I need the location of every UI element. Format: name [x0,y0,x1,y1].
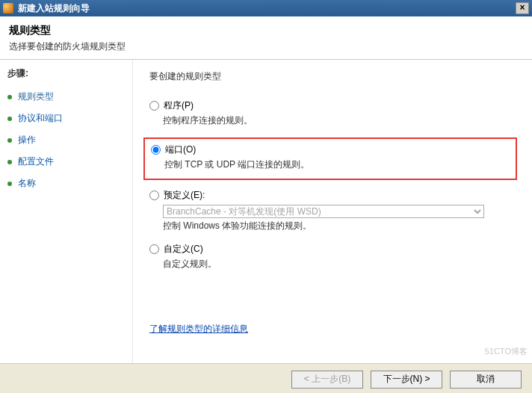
titlebar: 新建入站规则向导 × [0,0,532,16]
step-protocol-ports[interactable]: 协议和端口 [7,109,125,128]
predefined-dropdown-wrap: BranchCache - 对等机发现(使用 WSD) [163,205,484,218]
predefined-dropdown[interactable]: BranchCache - 对等机发现(使用 WSD) [163,205,484,218]
window-title: 新建入站规则向导 [18,2,90,15]
bullet-icon [7,95,12,99]
wizard-footer: < 上一步(B) 下一步(N) > 取消 [0,363,532,393]
steps-heading: 步骤: [7,67,125,80]
section-heading: 要创建的规则类型 [149,70,517,83]
wizard-header: 规则类型 选择要创建的防火墙规则类型 [0,16,532,60]
bullet-icon [7,182,12,186]
back-button[interactable]: < 上一步(B) [291,371,363,389]
radio-predefined-input[interactable] [149,191,159,200]
step-label: 规则类型 [18,90,54,103]
bullet-icon [7,160,12,164]
step-label: 名称 [18,177,36,190]
radio-program-input[interactable] [149,101,159,111]
steps-sidebar: 步骤: 规则类型 协议和端口 操作 配置文件 名称 [0,60,133,363]
wizard-icon [3,3,13,13]
learn-more-link[interactable]: 了解规则类型的详细信息 [149,323,248,335]
cancel-button[interactable]: 取消 [450,371,522,389]
radio-port-label: 端口(O) [165,143,196,156]
step-action[interactable]: 操作 [7,131,125,149]
option-predefined: 预定义(E): BranchCache - 对等机发现(使用 WSD) 控制 W… [149,189,517,232]
option-custom: 自定义(C) 自定义规则。 [149,243,517,270]
option-program: 程序(P) 控制程序连接的规则。 [149,99,517,127]
bullet-icon [7,117,12,121]
step-label: 操作 [18,134,36,146]
step-rule-type[interactable]: 规则类型 [7,87,125,106]
step-label: 协议和端口 [18,112,63,125]
radio-program[interactable]: 程序(P) [149,99,517,112]
radio-port-desc: 控制 TCP 或 UDP 端口连接的规则。 [164,158,510,171]
radio-program-label: 程序(P) [164,99,194,112]
radio-custom-label: 自定义(C) [164,243,203,256]
radio-port[interactable]: 端口(O) [151,143,510,156]
radio-predefined-desc: 控制 Windows 体验功能连接的规则。 [163,220,517,232]
wizard-content: 要创建的规则类型 程序(P) 控制程序连接的规则。 端口(O) 控制 TCP 或… [133,60,532,363]
next-button[interactable]: 下一步(N) > [371,371,442,389]
radio-predefined-label: 预定义(E): [164,189,205,202]
radio-program-desc: 控制程序连接的规则。 [163,114,517,127]
radio-custom[interactable]: 自定义(C) [149,243,517,256]
wizard-body: 步骤: 规则类型 协议和端口 操作 配置文件 名称 要创建的规则类型 程 [0,60,532,363]
radio-port-input[interactable] [151,145,161,155]
bullet-icon [7,138,12,143]
option-port: 端口(O) 控制 TCP 或 UDP 端口连接的规则。 [151,143,510,171]
step-label: 配置文件 [18,155,54,168]
close-button[interactable]: × [516,2,529,14]
page-title: 规则类型 [9,24,523,37]
radio-custom-input[interactable] [149,244,159,254]
step-profile[interactable]: 配置文件 [7,152,125,171]
highlight-box: 端口(O) 控制 TCP 或 UDP 端口连接的规则。 [143,137,517,180]
page-subtitle: 选择要创建的防火墙规则类型 [9,40,523,53]
step-name[interactable]: 名称 [7,174,125,193]
watermark: 51CTO博客 [485,346,528,357]
radio-predefined[interactable]: 预定义(E): [149,189,517,202]
radio-custom-desc: 自定义规则。 [163,258,517,270]
